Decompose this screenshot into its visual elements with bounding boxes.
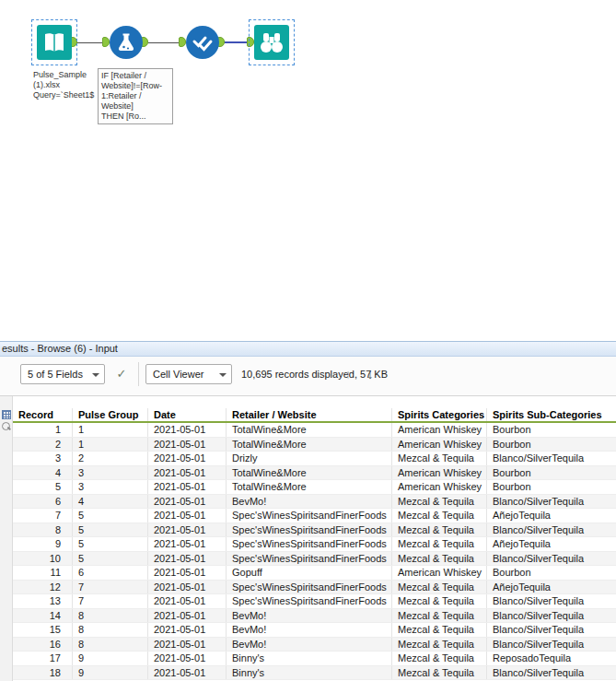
table-cell[interactable]: BevMo! <box>227 638 392 652</box>
table-row[interactable]: 1052021-05-01Spec'sWinesSpiritsandFinerF… <box>13 552 616 567</box>
table-cell[interactable]: 2 <box>73 452 148 465</box>
table-cell[interactable]: 7 <box>73 581 148 594</box>
table-cell[interactable]: 8 <box>73 638 148 652</box>
scroll-up-button[interactable]: ↑ <box>339 364 357 384</box>
table-cell[interactable]: 5 <box>73 537 148 551</box>
table-cell[interactable]: 7 <box>73 594 148 608</box>
connection-line-selected[interactable] <box>225 41 249 43</box>
table-cell[interactable]: 13 <box>13 594 73 608</box>
table-cell[interactable]: Blanco/SilverTequila <box>487 594 616 608</box>
cell-viewer-icon[interactable] <box>2 422 10 430</box>
table-cell[interactable]: Mezcal & Tequila <box>392 537 487 551</box>
table-cell[interactable]: BevMo! <box>227 495 392 509</box>
table-cell[interactable]: Bourbon <box>487 480 616 494</box>
table-row[interactable]: 112021-05-01TotalWine&MoreAmerican Whisk… <box>13 423 616 438</box>
table-cell[interactable]: 6 <box>13 495 73 509</box>
table-cell[interactable]: 2021-05-01 <box>148 523 227 537</box>
table-cell[interactable]: Blanco/SilverTequila <box>487 623 616 637</box>
table-cell[interactable]: BevMo! <box>227 623 392 637</box>
table-cell[interactable]: 17 <box>13 652 73 665</box>
column-header-date[interactable]: Date <box>148 408 227 421</box>
table-cell[interactable]: 2021-05-01 <box>148 623 227 637</box>
table-cell[interactable]: TotalWine&More <box>227 480 392 494</box>
table-cell[interactable]: Spec'sWinesSpiritsandFinerFoods <box>227 552 392 566</box>
table-cell[interactable]: 14 <box>13 609 73 623</box>
table-cell[interactable]: 5 <box>73 509 148 522</box>
table-cell[interactable]: 1 <box>73 423 148 437</box>
table-cell[interactable]: 8 <box>13 523 73 537</box>
table-row[interactable]: 1682021-05-01BevMo!Mezcal & TequilaBlanc… <box>13 638 616 652</box>
table-row[interactable]: 852021-05-01Spec'sWinesSpiritsandFinerFo… <box>13 523 616 538</box>
connection-line[interactable] <box>148 42 181 43</box>
table-cell[interactable]: Mezcal & Tequila <box>392 666 487 680</box>
table-cell[interactable]: 18 <box>13 666 73 680</box>
column-header-spirits-sub-categories[interactable]: Spirits Sub-Categories <box>487 408 616 421</box>
table-cell[interactable]: 3 <box>13 452 73 465</box>
input-anchor[interactable] <box>179 37 186 47</box>
table-row[interactable]: 752021-05-01Spec'sWinesSpiritsandFinerFo… <box>13 509 616 523</box>
table-row[interactable]: 322021-05-01DrizlyMezcal & TequilaBlanco… <box>13 452 616 466</box>
table-cell[interactable]: Blanco/SilverTequila <box>487 452 616 465</box>
table-cell[interactable]: Mezcal & Tequila <box>392 652 487 665</box>
table-cell[interactable]: 9 <box>73 666 148 680</box>
table-row[interactable]: 1792021-05-01Binny'sMezcal & TequilaRepo… <box>13 652 616 666</box>
select-tool[interactable] <box>186 26 219 59</box>
grid-view-icon[interactable] <box>2 410 11 419</box>
table-cell[interactable]: 8 <box>73 623 148 637</box>
table-row[interactable]: 1372021-05-01Spec'sWinesSpiritsandFinerF… <box>13 594 616 609</box>
column-header-retailer-website[interactable]: Retailer / Website <box>227 408 392 421</box>
table-cell[interactable]: American Whiskey <box>392 566 487 580</box>
table-cell[interactable]: 2021-05-01 <box>148 423 227 437</box>
table-cell[interactable]: Mezcal & Tequila <box>392 594 487 608</box>
table-cell[interactable]: 16 <box>13 638 73 652</box>
table-cell[interactable]: AñejoTequila <box>487 509 616 522</box>
table-cell[interactable]: 2021-05-01 <box>148 495 227 509</box>
table-cell[interactable]: 7 <box>13 509 73 522</box>
cell-viewer-dropdown[interactable]: Cell Viewer <box>145 364 232 384</box>
table-cell[interactable]: American Whiskey <box>392 480 487 494</box>
table-cell[interactable]: TotalWine&More <box>227 466 392 480</box>
table-cell[interactable]: Spec'sWinesSpiritsandFinerFoods <box>227 537 392 551</box>
table-cell[interactable]: Blanco/SilverTequila <box>487 552 616 566</box>
input-anchor[interactable] <box>102 37 110 47</box>
table-cell[interactable]: 2021-05-01 <box>148 609 227 623</box>
table-cell[interactable]: 2021-05-01 <box>148 480 227 494</box>
table-cell[interactable]: Spec'sWinesSpiritsandFinerFoods <box>227 594 392 608</box>
table-cell[interactable]: 2021-05-01 <box>148 566 227 580</box>
table-row[interactable]: 212021-05-01TotalWine&MoreAmerican Whisk… <box>13 438 616 452</box>
table-row[interactable]: 1272021-05-01Spec'sWinesSpiritsandFinerF… <box>13 581 616 595</box>
table-cell[interactable]: 2021-05-01 <box>148 581 227 594</box>
table-cell[interactable]: 5 <box>13 480 73 494</box>
table-row[interactable]: 532021-05-01TotalWine&MoreAmerican Whisk… <box>13 480 616 495</box>
table-row[interactable]: 1482021-05-01BevMo!Mezcal & TequilaBlanc… <box>13 609 616 624</box>
table-cell[interactable]: 3 <box>73 480 148 494</box>
table-cell[interactable]: 2021-05-01 <box>148 509 227 522</box>
table-cell[interactable]: 9 <box>13 537 73 551</box>
table-row[interactable]: 642021-05-01BevMo!Mezcal & TequilaBlanco… <box>13 495 616 510</box>
table-cell[interactable]: Bourbon <box>487 466 616 480</box>
workflow-canvas[interactable]: Pulse_Sample (1).xlsx Query=`Sheet1$ IF … <box>0 0 616 341</box>
table-cell[interactable]: American Whiskey <box>392 423 487 437</box>
table-cell[interactable]: AñejoTequila <box>487 581 616 594</box>
table-cell[interactable]: Blanco/SilverTequila <box>487 523 616 537</box>
table-cell[interactable]: Mezcal & Tequila <box>392 523 487 537</box>
table-cell[interactable]: Binny's <box>227 652 392 665</box>
table-cell[interactable]: 2021-05-01 <box>148 438 227 452</box>
table-cell[interactable]: 5 <box>73 523 148 537</box>
table-cell[interactable]: 15 <box>13 623 73 637</box>
table-cell[interactable]: 2021-05-01 <box>148 652 227 665</box>
table-cell[interactable]: American Whiskey <box>392 438 487 452</box>
table-cell[interactable]: Mezcal & Tequila <box>392 452 487 465</box>
table-cell[interactable]: Mezcal & Tequila <box>392 609 487 623</box>
table-cell[interactable]: Blanco/SilverTequila <box>487 666 616 680</box>
input-data-tool[interactable] <box>37 25 72 60</box>
browse-tool[interactable] <box>254 25 289 60</box>
table-row[interactable]: 1162021-05-01GopuffAmerican WhiskeyBourb… <box>13 566 616 581</box>
table-cell[interactable]: 2021-05-01 <box>148 638 227 652</box>
table-cell[interactable]: 5 <box>73 552 148 566</box>
table-cell[interactable]: Mezcal & Tequila <box>392 495 487 509</box>
table-cell[interactable]: 1 <box>13 423 73 437</box>
multi-row-formula-tool[interactable] <box>110 26 143 59</box>
table-cell[interactable]: Mezcal & Tequila <box>392 623 487 637</box>
table-cell[interactable]: 9 <box>73 652 148 665</box>
